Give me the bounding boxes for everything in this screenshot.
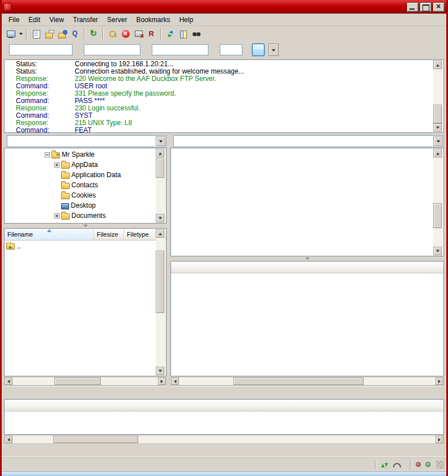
- scroll-left-button[interactable]: [5, 378, 12, 385]
- scroll-up-button[interactable]: [433, 61, 442, 69]
- host-input[interactable]: [9, 44, 72, 55]
- remote-tree-scrollbar[interactable]: [433, 149, 443, 255]
- menu-item[interactable]: Bookmarks: [131, 14, 174, 25]
- tree-node-label: Documents: [71, 212, 106, 220]
- local-site-combo[interactable]: [7, 135, 167, 147]
- tree-node[interactable]: Mr Sparkle: [5, 149, 166, 160]
- combo-dropdown-button[interactable]: [433, 136, 443, 146]
- toolbar-icon: [166, 29, 175, 38]
- column-header[interactable]: Filename: [5, 229, 94, 240]
- tree-node-label: AppData: [71, 161, 98, 169]
- menu-item[interactable]: File: [4, 14, 24, 25]
- scroll-right-button[interactable]: [436, 378, 443, 385]
- toggle-queue-button[interactable]: [69, 28, 82, 40]
- scrollbar-thumb[interactable]: [53, 436, 138, 443]
- quickconnect-dropdown-button[interactable]: [268, 44, 279, 56]
- queue-body[interactable]: [5, 411, 443, 434]
- pane-splitter[interactable]: [167, 134, 170, 398]
- maximize-button[interactable]: [420, 2, 432, 12]
- scroll-down-button[interactable]: [433, 123, 442, 132]
- scrollbar-thumb[interactable]: [156, 158, 164, 178]
- menu-item[interactable]: Transfer: [69, 14, 103, 25]
- window-bottom-border: [2, 471, 446, 476]
- tree-node[interactable]: Application Data: [5, 170, 166, 180]
- local-file-list[interactable]: Filename Filesize Filetype ..: [4, 228, 167, 376]
- tree-node[interactable]: Desktop: [5, 200, 166, 211]
- menu-item[interactable]: Server: [103, 14, 131, 25]
- scrollbar-thumb[interactable]: [156, 251, 164, 313]
- reconnect-button[interactable]: [145, 28, 158, 40]
- password-input[interactable]: [152, 44, 208, 55]
- toolbar-separator: [103, 28, 104, 40]
- scroll-right-button[interactable]: [158, 378, 166, 385]
- local-directory-tree[interactable]: Mr Sparkle AppData Application Data: [4, 148, 167, 224]
- synchronized-browsing-button[interactable]: [164, 28, 177, 40]
- message-log[interactable]: Status: Connecting to 192.168.1.20:21...…: [4, 59, 444, 133]
- title-bar[interactable]: [2, 0, 446, 14]
- quickconnect-button[interactable]: [252, 44, 264, 56]
- remote-site-combo[interactable]: [173, 135, 444, 147]
- scroll-down-button[interactable]: [156, 214, 164, 222]
- remote-directory-tree[interactable]: [170, 148, 444, 256]
- scrollbar-thumb[interactable]: [433, 203, 442, 228]
- process-queue-button[interactable]: [106, 28, 119, 40]
- file-list-row[interactable]: ..: [5, 241, 166, 251]
- scroll-down-button[interactable]: [433, 247, 442, 255]
- toggle-remote-tree-button[interactable]: [56, 28, 69, 40]
- tree-node[interactable]: AppData: [5, 160, 166, 170]
- menu-item[interactable]: View: [45, 14, 69, 25]
- scrollbar-thumb[interactable]: [233, 378, 364, 385]
- tree-node[interactable]: Contacts: [5, 180, 166, 190]
- send-led: [425, 462, 430, 467]
- local-pane-splitter[interactable]: [4, 224, 167, 228]
- folder-icon: [61, 183, 70, 189]
- toggle-message-log-button[interactable]: [29, 28, 42, 40]
- port-input[interactable]: [220, 44, 242, 55]
- refresh-button[interactable]: [87, 28, 100, 40]
- remote-list-hscrollbar[interactable]: [170, 377, 444, 385]
- expander-icon[interactable]: [45, 152, 50, 157]
- directory-comparison-button[interactable]: [177, 28, 190, 40]
- queue-hscrollbar[interactable]: [4, 435, 444, 444]
- scroll-left-button[interactable]: [171, 378, 179, 385]
- log-scrollbar[interactable]: [433, 61, 443, 132]
- local-list-hscrollbar[interactable]: [4, 377, 167, 385]
- scrollbar-thumb[interactable]: [54, 378, 101, 385]
- expander-icon[interactable]: [54, 213, 59, 218]
- site-manager-dropdown[interactable]: [17, 28, 24, 40]
- local-list-scrollbar[interactable]: [156, 229, 165, 375]
- scroll-up-button[interactable]: [433, 149, 442, 157]
- scroll-right-button[interactable]: [436, 436, 443, 443]
- remote-pane-splitter[interactable]: [170, 256, 444, 261]
- scroll-up-button[interactable]: [156, 149, 164, 157]
- column-header[interactable]: Filesize: [94, 229, 124, 240]
- desktop-icon: [61, 203, 69, 209]
- tree-node[interactable]: Cookies: [5, 190, 166, 200]
- expander-icon[interactable]: [54, 162, 59, 168]
- scroll-up-button[interactable]: [156, 229, 164, 238]
- scroll-down-button[interactable]: [156, 367, 164, 375]
- scrollbar-thumb[interactable]: [433, 105, 442, 123]
- username-input[interactable]: [84, 44, 140, 55]
- scroll-left-button[interactable]: [5, 436, 12, 443]
- chevron-down-icon: [437, 140, 440, 144]
- find-files-button[interactable]: [190, 28, 203, 40]
- site-manager-button[interactable]: [4, 28, 17, 40]
- close-button[interactable]: [433, 2, 445, 12]
- combo-dropdown-button[interactable]: [156, 136, 165, 146]
- resize-grip[interactable]: [436, 461, 444, 469]
- minimize-button[interactable]: [407, 2, 419, 12]
- menu-item[interactable]: Help: [174, 14, 198, 25]
- toggle-local-tree-button[interactable]: [42, 28, 56, 40]
- remote-file-list[interactable]: [170, 261, 444, 376]
- disconnect-button[interactable]: [132, 28, 145, 40]
- toolbar-icon: [192, 29, 201, 38]
- local-tree-scrollbar[interactable]: [156, 149, 165, 222]
- file-name: ..: [17, 242, 21, 250]
- folder-icon: [61, 162, 70, 169]
- filezilla-logo-icon: [3, 3, 12, 11]
- tree-node[interactable]: Documents: [5, 211, 166, 221]
- cancel-operation-button[interactable]: [119, 28, 132, 40]
- menu-item[interactable]: Edit: [24, 14, 45, 25]
- menu-new-version-link[interactable]: [198, 18, 207, 22]
